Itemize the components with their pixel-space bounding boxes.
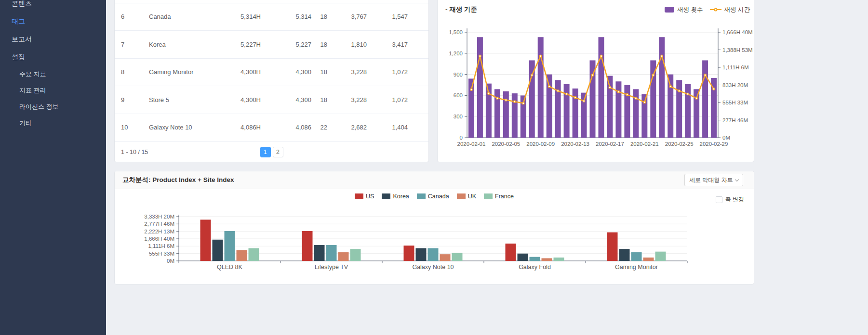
axis-toggle-checkbox[interactable]: [716, 196, 722, 203]
axis-toggle[interactable]: 축 변경: [716, 195, 744, 204]
play-count-bar: [547, 75, 552, 138]
left-axis-label: 1,500: [449, 29, 463, 35]
line-marker: [591, 74, 593, 76]
left-axis-label: 600: [454, 92, 463, 98]
legend-label: Korea: [393, 193, 409, 200]
play-count-bar: [633, 89, 639, 138]
pagination-bar: 1 - 10 / 15 12: [115, 142, 428, 162]
cell-rank: 9: [115, 96, 149, 103]
line-marker: [635, 97, 637, 99]
legend-item-재생 횟수[interactable]: 재생 횟수: [665, 6, 703, 14]
left-axis-label: 300: [454, 114, 463, 119]
page-button-1[interactable]: 1: [260, 147, 271, 157]
cell-value: 4,300: [261, 96, 311, 103]
bar-UK: [643, 258, 654, 261]
bar-Canada: [428, 248, 439, 261]
line-marker: [540, 55, 542, 57]
cell-value: 1,810: [327, 41, 367, 48]
sidebar-item-5[interactable]: 지표 관리: [0, 82, 106, 99]
sidebar-item-0[interactable]: 콘텐츠: [0, 0, 106, 13]
play-count-bar: [624, 85, 630, 138]
legend-swatch: [484, 193, 493, 199]
page-button-2[interactable]: 2: [273, 147, 283, 157]
play-count-bar: [599, 37, 604, 138]
play-chart-legend: 재생 횟수재생 시간: [665, 6, 750, 14]
legend-item-Canada[interactable]: Canada: [417, 193, 449, 200]
right-axis-label: 1,388H 53M: [722, 47, 753, 53]
sidebar-nav: 콘텐츠태그보고서설정주요 지표지표 관리라이선스 정보기타: [0, 0, 106, 131]
play-count-bar: [711, 78, 717, 138]
category-label: Galaxy Note 10: [412, 264, 454, 271]
legend-item-France[interactable]: France: [484, 193, 514, 200]
play-count-bar: [659, 37, 665, 138]
chevron-down-icon: [735, 177, 739, 181]
legend-item-UK[interactable]: UK: [457, 193, 476, 200]
line-marker: [687, 93, 689, 95]
cross-chart-legend: USKoreaCanadaUKFrance: [115, 193, 754, 200]
legend-label: 재생 횟수: [677, 6, 703, 14]
cell-value: 22: [311, 124, 327, 131]
sidebar-item-3[interactable]: 설정: [0, 48, 106, 66]
play-count-bar: [503, 91, 509, 138]
line-marker: [713, 88, 715, 90]
line-marker: [669, 85, 671, 87]
legend-swatch: [457, 193, 466, 199]
cell-name: Canada: [149, 13, 236, 20]
x-axis-label: 2020-02-01: [457, 141, 486, 147]
line-marker: [531, 74, 533, 76]
category-label: Lifestype TV: [315, 264, 348, 271]
cell-value: 4,086H: [236, 124, 261, 131]
y-axis-label: 3,333H 20M: [144, 214, 174, 219]
line-marker: [600, 55, 602, 57]
sidebar: 콘텐츠태그보고서설정주요 지표지표 관리라이선스 정보기타: [0, 0, 106, 335]
bar-Korea: [518, 254, 528, 261]
bar-UK: [440, 254, 451, 261]
cell-value: 1,404: [367, 124, 408, 131]
sidebar-item-6[interactable]: 라이선스 정보: [0, 99, 106, 115]
x-axis-label: 2020-02-13: [561, 141, 589, 147]
play-chart-canvas: 03006009001,2001,5000M277H 46M555H 33M83…: [438, 0, 754, 162]
bar-Korea: [213, 240, 223, 261]
cross-chart-body: USKoreaCanadaUKFrance 축 변경 0M555H 33M1,1…: [115, 189, 754, 284]
cell-name: Korea: [149, 41, 236, 48]
sidebar-item-2[interactable]: 보고서: [0, 30, 106, 48]
play-count-bar: [702, 60, 708, 138]
legend-label: France: [495, 193, 514, 200]
legend-item-US[interactable]: US: [355, 193, 374, 200]
x-axis-label: 2020-02-29: [700, 141, 728, 147]
cell-value: 1,072: [367, 96, 408, 103]
y-axis-label: 0M: [167, 258, 174, 264]
sidebar-item-4[interactable]: 주요 지표: [0, 66, 106, 82]
table-row: 9Store 54,300H4,300183,2281,072: [115, 86, 428, 114]
bar-France: [350, 249, 361, 261]
y-axis-label: 1,111H 6M: [148, 243, 174, 249]
left-axis-label: 0: [460, 135, 463, 141]
ranking-table-body: 6Canada5,314H5,314183,7671,5477Korea5,22…: [115, 0, 428, 142]
y-axis-label: 555H 33M: [149, 251, 174, 257]
legend-item-재생 시간[interactable]: 재생 시간: [710, 6, 750, 14]
sidebar-item-7[interactable]: 기타: [0, 115, 106, 131]
bar-France: [452, 253, 463, 261]
legend-item-Korea[interactable]: Korea: [382, 193, 409, 200]
category-label: Galaxy Fold: [519, 264, 551, 271]
legend-swatch: [355, 193, 363, 199]
play-chart-card: - 재생 기준 재생 횟수재생 시간 03006009001,2001,5000…: [437, 0, 754, 162]
line-marker: [626, 93, 628, 95]
dashboard-screen: 콘텐츠태그보고서설정주요 지표지표 관리라이선스 정보기타 6Canada5,3…: [0, 0, 868, 335]
cross-chart-canvas: 0M555H 33M1,111H 6M1,666H 40M2,222H 13M2…: [115, 189, 754, 284]
cell-rank: 7: [115, 41, 149, 48]
play-count-bar: [555, 80, 561, 138]
chart-type-select[interactable]: 세로 막대형 차트: [684, 174, 743, 186]
cell-name: Galaxy Note 10: [149, 124, 236, 131]
category-label: QLED 8K: [217, 264, 242, 271]
line-marker: [583, 100, 585, 102]
cross-chart-card: 교차분석: Product Index + Site Index 세로 막대형 …: [114, 171, 754, 284]
sidebar-item-1[interactable]: 태그: [0, 13, 106, 30]
legend-line-swatch: [710, 9, 721, 11]
cell-value: 5,227: [261, 41, 311, 48]
legend-swatch: [382, 193, 390, 199]
cell-value: 2,682: [327, 124, 367, 131]
cell-value: 18: [311, 13, 327, 20]
legend-label: Canada: [428, 193, 449, 200]
line-marker: [496, 97, 498, 99]
